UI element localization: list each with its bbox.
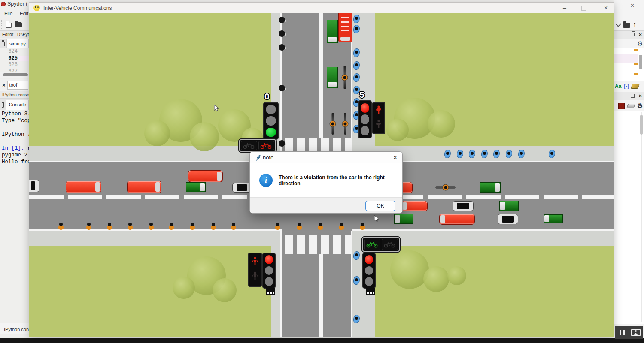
gear-icon[interactable]: ⚙ [637, 40, 643, 48]
median-line [319, 254, 323, 337]
median-line [319, 13, 323, 138]
clear-console-icon[interactable] [626, 104, 635, 108]
console-panel-header: IPython conso [0, 91, 29, 99]
tab-console[interactable]: Console [6, 100, 29, 110]
pedestrian [297, 223, 302, 230]
editor-panel-header: Editor - D:\Pyt [0, 30, 29, 38]
crosswalk-north [285, 138, 352, 151]
bush [190, 122, 219, 151]
bush [213, 278, 237, 302]
highlight-icon[interactable] [631, 84, 640, 89]
pygame-window: Inter-Vehicle Communications – × 05 [29, 2, 614, 337]
bush [173, 277, 195, 299]
vehicle-truck [327, 20, 338, 43]
undock-panel-icon[interactable] [631, 33, 635, 36]
tk-feather-icon [256, 154, 261, 161]
menu-file[interactable]: File [3, 10, 14, 17]
up-arrow-icon[interactable]: ↑ [633, 21, 636, 28]
bicycle-signal [362, 237, 400, 252]
pedestrian [339, 223, 344, 230]
red-standing-person-icon [376, 105, 382, 117]
minimize-button[interactable]: – [561, 4, 568, 11]
vehicle-van [66, 181, 101, 193]
open-file-icon[interactable] [15, 22, 22, 27]
ipython-console-output: Python 3.Type "cop IPython 7 In [1]: rpy… [0, 111, 30, 168]
warning-marker [634, 63, 638, 65]
chevron-down-icon[interactable] [615, 21, 621, 27]
browse-tabs-icon[interactable] [2, 103, 4, 108]
regex-icon[interactable]: [-] [624, 83, 629, 89]
browse-tabs-icon[interactable] [2, 42, 5, 46]
lane-dash-line [389, 195, 614, 199]
mouse-cursor-icon [214, 105, 221, 114]
bush [447, 266, 466, 285]
red-standing-person-icon [252, 257, 258, 268]
bush [390, 250, 429, 289]
window-close-icon[interactable]: × [630, 1, 635, 10]
line-number-current: 625 [0, 55, 29, 62]
pedestrian [211, 223, 216, 230]
bush [386, 119, 409, 141]
pedestrian-signal [248, 253, 262, 287]
new-file-icon[interactable] [6, 21, 12, 28]
off-lamp [361, 126, 369, 135]
taskbar-strip [0, 338, 644, 343]
menu-edit[interactable]: Edit [18, 10, 30, 17]
pause-button[interactable] [615, 326, 629, 339]
red-lamp [265, 255, 273, 264]
road-edge-line [280, 231, 282, 337]
dialog-title: note [263, 154, 273, 161]
stop-icon[interactable] [618, 103, 625, 109]
spyder-right-panel: × ↑ × ⚙ Aa [-] × ⚙ [614, 0, 644, 338]
close-panel-icon[interactable]: × [638, 31, 642, 38]
close-button[interactable]: × [602, 4, 610, 11]
maximize-button[interactable] [581, 6, 586, 11]
screenshot-button[interactable] [629, 326, 643, 339]
vehicle-car [453, 201, 474, 211]
vehicle-truck [186, 182, 206, 192]
pygame-title-bar[interactable]: Inter-Vehicle Communications – × [29, 3, 614, 13]
open-folder-icon[interactable] [623, 23, 630, 28]
console-right-edge [614, 111, 644, 324]
scrollbar-track[interactable] [641, 112, 642, 322]
red-lamp [361, 103, 369, 113]
note-dialog: note × i There is a violation from the c… [249, 151, 403, 214]
road-edge-line [29, 229, 282, 231]
dialog-title-bar[interactable]: note × [250, 152, 402, 163]
ok-button[interactable]: OK [365, 201, 395, 211]
close-panel-icon[interactable]: × [638, 93, 642, 99]
gear-icon[interactable]: ⚙ [637, 102, 643, 110]
line-number: 626 [0, 62, 29, 69]
pedestrian [169, 223, 174, 230]
off-lamp [265, 277, 273, 286]
vehicle-moto [341, 66, 348, 89]
green-bicycle-icon [364, 239, 380, 250]
dialog-body: i There is a violation from the car in t… [250, 163, 402, 197]
spyder-title: Spyder ( [1, 1, 27, 7]
current-line-highlight [18, 56, 29, 61]
editor-vertical-scrollbar[interactable] [639, 55, 642, 69]
tab-simu-py[interactable]: simu.py [6, 39, 29, 48]
scrollbar-thumb[interactable] [3, 73, 28, 76]
pedestrian [318, 223, 323, 230]
info-icon: i [259, 174, 273, 187]
dialog-close-button[interactable]: × [393, 154, 397, 162]
signal-pole-base [266, 288, 275, 295]
status-text: IPython cons [4, 327, 31, 332]
pedestrian [149, 223, 154, 230]
right-toolbar: ↑ [614, 19, 644, 30]
undock-panel-icon[interactable] [631, 94, 635, 98]
pause-icon [620, 330, 625, 335]
traffic-light: 0 [263, 102, 279, 140]
pedestrian [275, 223, 280, 230]
warning-marker [634, 73, 638, 75]
match-case-icon[interactable]: Aa [615, 83, 621, 89]
lane-dash-line [29, 195, 247, 199]
off-lamp [361, 114, 369, 124]
vehicle-car [498, 214, 518, 224]
find-close-icon[interactable]: × [2, 82, 6, 88]
scrollbar-thumb[interactable] [640, 115, 643, 135]
vehicle-truck [499, 201, 519, 211]
find-input[interactable]: toof [7, 81, 28, 90]
editor-horizontal-scrollbar[interactable] [0, 72, 29, 78]
